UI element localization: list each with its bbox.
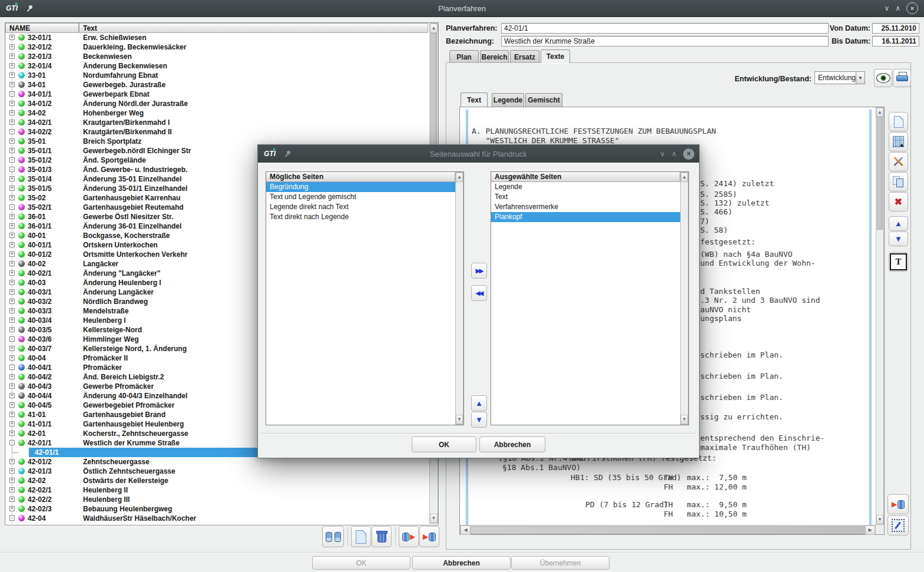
scroll-up-icon[interactable]: ▲ — [430, 24, 438, 33]
list-scrollbar[interactable]: ▲ ▼ — [680, 172, 688, 425]
expand-plus-icon[interactable]: + — [9, 252, 15, 257]
remove-page-button[interactable]: ◀◀ — [471, 285, 487, 301]
new-plan-button[interactable] — [351, 526, 371, 547]
preview-button[interactable] — [874, 69, 892, 87]
collapse-minus-icon[interactable]: - — [9, 167, 15, 172]
scroll-left-icon[interactable]: ◀ — [461, 525, 471, 535]
expand-plus-icon[interactable]: + — [9, 327, 15, 332]
collapse-minus-icon[interactable]: - — [9, 440, 15, 445]
scroll-up-icon[interactable]: ▲ — [681, 173, 688, 182]
expand-plus-icon[interactable]: + — [9, 346, 15, 351]
available-pages-header[interactable]: Mögliche Seiten — [266, 172, 455, 182]
tree-row[interactable]: +34-01/2Änderung Nördl.der Jurastraße — [5, 99, 428, 108]
expand-plus-icon[interactable]: + — [9, 101, 15, 106]
expand-plus-icon[interactable]: + — [9, 82, 15, 87]
expand-plus-icon[interactable]: + — [9, 44, 15, 49]
list-item[interactable]: Text und Legende gemischt — [266, 192, 455, 202]
von-datum-input[interactable]: 25.11.2010 — [872, 23, 919, 34]
dialog-cancel-button[interactable]: Abbrechen — [479, 437, 545, 452]
expand-plus-icon[interactable]: + — [9, 176, 15, 181]
expand-plus-icon[interactable]: + — [9, 223, 15, 229]
list-item[interactable]: Begründung — [266, 182, 455, 192]
expand-plus-icon[interactable]: + — [9, 214, 15, 219]
bis-datum-input[interactable]: 16.11.2011 — [872, 36, 919, 47]
tree-column-text[interactable]: Text — [79, 23, 428, 33]
tree-row[interactable]: +42-02/3Bebauung Heulenbergweg — [5, 504, 428, 514]
expand-plus-icon[interactable]: + — [9, 261, 15, 266]
list-scrollbar[interactable]: ▲ ▼ — [455, 172, 463, 425]
scroll-up-icon[interactable]: ▲ — [456, 173, 463, 182]
tree-row[interactable]: +42-02/2Heulenberg III — [5, 495, 428, 504]
expand-plus-icon[interactable]: + — [9, 412, 15, 417]
tree-column-name[interactable]: NAME — [5, 23, 79, 33]
expand-plus-icon[interactable]: + — [9, 233, 15, 238]
expand-plus-icon[interactable]: + — [9, 487, 15, 492]
expand-plus-icon[interactable]: + — [9, 299, 15, 304]
expand-plus-icon[interactable]: + — [9, 497, 15, 502]
tab-plan[interactable]: Plan — [449, 50, 479, 63]
list-item[interactable]: Verfahrensvermerke — [491, 202, 680, 212]
expand-plus-icon[interactable]: + — [9, 72, 15, 78]
tree-row[interactable]: +33-01Nordumfahrung Ebnat — [5, 71, 428, 80]
expand-plus-icon[interactable]: + — [9, 393, 15, 398]
expand-plus-icon[interactable]: + — [9, 355, 15, 361]
minimize-icon[interactable]: ∨ — [660, 150, 665, 157]
scroll-right-icon[interactable]: ▶ — [865, 525, 875, 535]
stamp-button[interactable] — [887, 515, 909, 535]
tab-legende[interactable]: Legende — [492, 93, 524, 107]
list-item[interactable]: Legende direkt nach Text — [266, 202, 455, 212]
tab-bereich[interactable]: Bereich — [480, 50, 509, 63]
tree-row[interactable]: +32-01/4Änderung Beckenwiesen — [5, 61, 428, 71]
tree-row[interactable]: +32-01/3Beckenwiesen — [5, 52, 428, 61]
scroll-down-icon[interactable]: ▼ — [456, 415, 463, 424]
select-region-button[interactable] — [889, 132, 908, 151]
search-button[interactable] — [322, 526, 344, 547]
collapse-minus-icon[interactable]: - — [9, 515, 15, 521]
expand-plus-icon[interactable]: + — [9, 421, 15, 426]
list-item[interactable]: Legende — [491, 182, 680, 192]
move-up-button[interactable]: ▲ — [889, 216, 908, 231]
tree-row[interactable]: +42-02Ostwärts der Kellersteige — [5, 476, 428, 485]
pin-icon[interactable] — [26, 4, 34, 12]
scroll-down-icon[interactable]: ▼ — [430, 514, 438, 523]
tools-button[interactable] — [889, 152, 908, 171]
expand-plus-icon[interactable]: + — [9, 270, 15, 276]
expand-plus-icon[interactable]: + — [9, 468, 15, 474]
expand-plus-icon[interactable]: + — [9, 110, 15, 115]
text-horizontal-scrollbar[interactable]: ◀ ▶ — [460, 525, 876, 534]
expand-plus-icon[interactable]: + — [9, 318, 15, 323]
add-page-button[interactable]: ▶▶ — [471, 263, 487, 279]
tree-row[interactable]: +42-01/2Zehntscheuergasse — [5, 457, 428, 467]
tree-row[interactable]: +32-01/2Dauerkleing. Beckenwiesäcker — [5, 42, 428, 52]
planverfahren-input[interactable]: 42-01/1 — [501, 23, 829, 34]
collapse-minus-icon[interactable]: - — [9, 336, 15, 342]
move-down-button[interactable]: ▼ — [889, 232, 908, 246]
close-icon[interactable]: × — [906, 2, 918, 14]
ok-button[interactable]: OK — [312, 556, 410, 570]
tree-row[interactable]: -34-01/1Gewerbepark Ebnat — [5, 90, 428, 99]
list-item[interactable]: Text — [491, 192, 680, 202]
collapse-minus-icon[interactable]: - — [9, 365, 15, 370]
tree-row[interactable]: +32-01/1Erw. Schießwiesen — [5, 33, 428, 42]
send-to-db-button[interactable]: ▶ — [887, 494, 909, 514]
expand-plus-icon[interactable]: + — [9, 383, 15, 389]
selected-pages-header[interactable]: Ausgewählte Seiten — [491, 172, 680, 182]
dialog-ok-button[interactable]: OK — [412, 437, 476, 452]
scrollbar-thumb[interactable] — [877, 117, 883, 230]
tab-texte[interactable]: Texte — [541, 49, 570, 63]
expand-plus-icon[interactable]: + — [9, 35, 15, 40]
collapse-minus-icon[interactable]: - — [9, 91, 15, 97]
scroll-down-icon[interactable]: ▼ — [876, 515, 883, 524]
collapse-minus-icon[interactable]: - — [9, 129, 15, 134]
new-text-button[interactable] — [889, 112, 908, 131]
export-db-button[interactable]: ▶ — [399, 526, 419, 547]
tree-row[interactable]: -42-04WaldhäuserStr Häselbach/Kocher — [5, 514, 428, 523]
expand-plus-icon[interactable]: + — [9, 280, 15, 285]
tree-row[interactable]: +34-02Hohenberger Weg — [5, 108, 428, 118]
close-icon[interactable]: × — [683, 148, 694, 160]
tree-row[interactable]: -34-02/2Krautgärten/Birkenmahd II — [5, 127, 428, 137]
minimize-icon[interactable]: ∨ — [884, 5, 889, 12]
font-button[interactable]: T — [889, 252, 908, 272]
expand-plus-icon[interactable]: + — [9, 148, 15, 153]
apply-button[interactable]: Übernehmen — [511, 556, 610, 570]
